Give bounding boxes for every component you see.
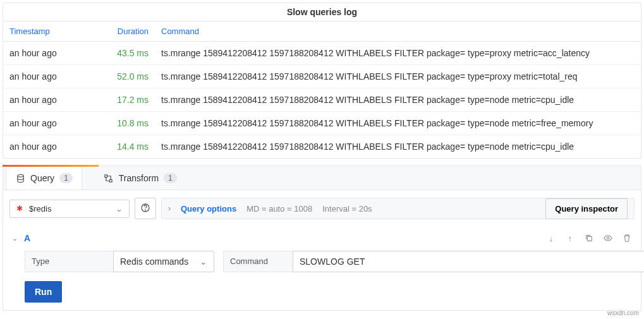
cell-command: ts.mrange 1589412208412 1597188208412 WI… [155,42,641,65]
datasource-select[interactable]: ✱ $redis ⌄ [9,200,130,218]
command-value: SLOWLOG GET [300,256,365,267]
fields-row: Type Redis commands ⌄ Command SLOWLOG GE… [9,251,635,272]
type-field-group: Type Redis commands ⌄ [25,251,214,272]
command-label: Command [223,251,293,272]
toolbar-row: ✱ $redis ⌄ › Query options MD = auto = 1… [9,198,635,219]
md-text: MD = auto = 1008 [246,204,312,214]
query-editor: ✱ $redis ⌄ › Query options MD = auto = 1… [3,190,641,311]
query-inspector-button[interactable]: Query inspector [545,198,628,219]
cell-timestamp: an hour ago [3,65,104,88]
table-row: an hour ago 43.5 ms ts.mrange 1589412208… [3,42,641,65]
col-timestamp[interactable]: Timestamp [3,21,104,42]
options-bar: › Query options MD = auto = 1008 Interva… [161,198,635,219]
type-value: Redis commands [120,256,188,267]
type-select[interactable]: Redis commands ⌄ [113,251,214,272]
query-options-link[interactable]: Query options [181,204,236,214]
datasource-value: $redis [29,204,51,214]
cell-duration: 52.0 ms [104,65,155,88]
cell-command: ts.mrange 1589412208412 1597188208412 WI… [155,88,641,112]
eye-icon[interactable] [603,233,613,243]
cell-command: ts.mrange 1589412208412 1597188208412 WI… [155,135,641,159]
cell-command: ts.mrange 1589412208412 1597188208412 WI… [155,65,641,88]
cell-command: ts.mrange 1589412208412 1597188208412 WI… [155,112,641,135]
col-command[interactable]: Command [155,21,641,42]
svg-rect-1 [105,174,107,177]
tab-query[interactable]: Query 1 [6,167,82,190]
watermark: wsxdn.com [607,310,639,316]
move-up-icon[interactable]: ↑ [565,233,575,243]
cell-duration: 17.2 ms [104,88,155,112]
command-field-group: Command SLOWLOG GET ⌄ [223,251,644,272]
slowlog-panel: Slow queries log Timestamp Duration Comm… [3,3,641,159]
tab-transform[interactable]: Transform 1 [95,167,186,190]
help-button[interactable] [135,198,156,219]
chevron-right-icon[interactable]: › [168,204,171,213]
cell-duration: 14.4 ms [104,135,155,159]
col-duration[interactable]: Duration [104,21,155,42]
tab-query-count: 1 [59,173,73,183]
run-button[interactable]: Run [25,281,62,303]
tab-query-label: Query [30,173,54,183]
svg-rect-5 [587,236,592,241]
row-actions: ↓ ↑ [546,233,632,243]
type-label: Type [25,251,113,272]
svg-point-0 [17,174,23,177]
chevron-down-icon: ⌄ [116,204,123,214]
cell-timestamp: an hour ago [3,112,104,135]
table-row: an hour ago 52.0 ms ts.mrange 1589412208… [3,65,641,88]
chevron-down-icon: ⌄ [200,256,207,267]
table-row: an hour ago 17.2 ms ts.mrange 1589412208… [3,88,641,112]
chevron-down-icon: ⌄ [12,234,18,243]
trash-icon[interactable] [622,233,632,243]
cell-timestamp: an hour ago [3,88,104,112]
cell-timestamp: an hour ago [3,42,104,65]
svg-point-4 [145,210,146,210]
svg-point-6 [607,237,609,239]
panel-title: Slow queries log [3,3,641,21]
tab-transform-count: 1 [164,173,177,183]
database-icon [15,173,25,183]
query-letter: A [24,233,30,243]
tab-transform-label: Transform [119,173,159,183]
move-down-icon[interactable]: ↓ [546,233,556,243]
query-row-header[interactable]: ⌄ A ↓ ↑ [9,233,635,243]
table-row: an hour ago 10.8 ms ts.mrange 1589412208… [3,112,641,135]
cell-duration: 43.5 ms [104,42,155,65]
svg-rect-2 [110,179,112,182]
table-row: an hour ago 14.4 ms ts.mrange 1589412208… [3,135,641,159]
slowlog-table: Timestamp Duration Command an hour ago 4… [3,21,641,158]
cell-duration: 10.8 ms [104,112,155,135]
copy-icon[interactable] [584,233,594,243]
command-select[interactable]: SLOWLOG GET ⌄ [293,251,644,272]
cell-timestamp: an hour ago [3,135,104,159]
interval-text: Interval = 20s [322,204,372,214]
question-icon [140,203,150,215]
redis-icon: ✱ [16,204,23,213]
editor-tabs: Query 1 Transform 1 [3,167,641,190]
transform-icon [104,173,114,183]
